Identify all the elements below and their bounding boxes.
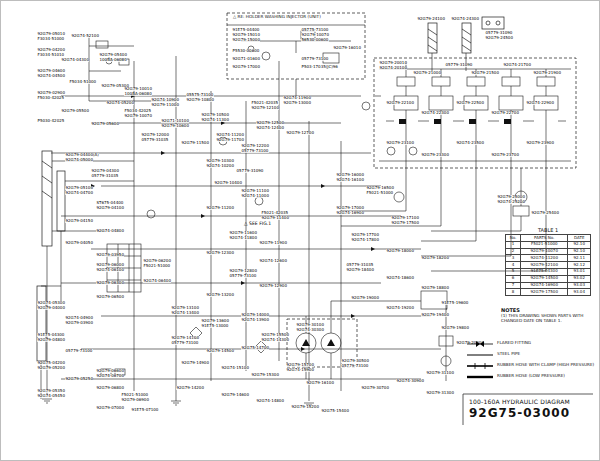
part-label: 92G79-04800 — [37, 338, 65, 342]
part-label: 92G79-12300 — [206, 251, 234, 255]
part-label: 05779-31035 — [141, 138, 169, 142]
part-label: 91E75-07100 — [131, 408, 159, 412]
table1-title: TABLE 1 — [505, 227, 591, 233]
part-label: 92G74-20100 — [379, 66, 407, 70]
table-cell: 93.03 — [568, 282, 591, 289]
part-label: 100BA-06080 — [124, 92, 152, 96]
part-label: 92G74-05200 — [106, 101, 134, 105]
part-label: 92G79-04050 — [65, 241, 93, 245]
part-label: 92G74-04700 — [65, 191, 93, 195]
part-label: 92G79-12900 — [259, 284, 287, 288]
table1-section: TABLE 1 No.PARTS No.DATE 1F5021-5100092.… — [505, 227, 591, 296]
part-label: 92G74-06400 — [143, 279, 171, 283]
part-label: 92G79-17000 — [232, 65, 260, 69]
part-label: 92G79-22100 — [386, 101, 414, 105]
table-row: 492G79-1210092.12 — [506, 262, 591, 269]
part-label: 92G79-18000 — [386, 249, 414, 253]
hydraulic-diagram-page: △ RE: HOLDER WASHING INJECTOR (UNIT) 92G… — [0, 0, 600, 461]
part-label: 92G74-17800 — [351, 238, 379, 242]
part-label: 92G79-04100 — [96, 206, 124, 210]
part-label: 92G79-23100 — [386, 141, 414, 145]
part-label: 92G74-30900 — [396, 379, 424, 383]
table-cell: 93.01 — [568, 268, 591, 275]
part-label: 92G74-13400 — [171, 311, 199, 315]
part-label: 92G79-24500 — [485, 36, 513, 40]
part-label: 92G79-22500 — [456, 101, 484, 105]
part-label: 05779-73100 — [241, 149, 269, 153]
part-label: 92G71-01600 — [232, 57, 260, 61]
legend-item: RUBBER HOSE (LOW PRESSURE) — [467, 370, 595, 381]
part-label: 92G75-14700 — [241, 346, 269, 350]
part-label: 92G79-14900 — [181, 361, 209, 365]
part-label: F5034-51000 — [69, 80, 97, 84]
part-label: 92G74-12400 — [256, 126, 284, 130]
part-label: 92G74-04300 — [61, 58, 89, 62]
part-label: 92G79-10400 — [214, 181, 242, 185]
part-label: 92G79-06300 — [96, 281, 124, 285]
part-label: 92G79-05200 — [37, 366, 65, 370]
drawing-subtitle: 100-160A HYDRAULIC DIAGRAM — [469, 398, 595, 405]
table-row: 1F5021-5100092.10 — [506, 241, 591, 248]
part-label: 92G79-19000 — [351, 296, 379, 300]
table-cell: 92G79-17500 — [521, 289, 568, 296]
part-label: 92G79-05500 — [61, 109, 89, 113]
hose-symbol-icon — [467, 366, 493, 385]
part-label: F5030-42025 — [37, 96, 65, 100]
table-row: 392G74-1120092.11 — [506, 255, 591, 262]
table-cell: 93.02 — [568, 275, 591, 282]
part-label: 05779-73100 — [171, 341, 199, 345]
part-label: 92G74-14300 — [261, 338, 289, 342]
table-cell: 92.10 — [568, 241, 591, 248]
table1-body: 1F5021-5100092.10292G79-1007092.10392G74… — [506, 241, 591, 295]
table-row: 792G74-1690093.03 — [506, 282, 591, 289]
part-label: 92G79-18400 — [346, 268, 374, 272]
part-label: 92G79-13200 — [206, 293, 234, 297]
part-label: 92G79-19800 — [441, 326, 469, 330]
part-label: 92G79-12700 — [286, 131, 314, 135]
table1-header-cell: PARTS No. — [521, 235, 568, 242]
table-cell: 92.10 — [568, 248, 591, 255]
part-label: 92G79-15300 — [251, 373, 279, 377]
part-label: 92G79-18800 — [421, 286, 449, 290]
part-label: 92G74-05000 — [65, 158, 93, 162]
part-label: 92G79-11700 — [216, 138, 244, 142]
table1-header-cell: No. — [506, 235, 521, 242]
part-label: 92G79-16010 — [333, 46, 361, 50]
part-label: P5030-42025 — [37, 119, 65, 123]
part-label: 91E75-19600 — [441, 301, 469, 305]
table-cell: 6 — [506, 275, 521, 282]
part-label: 92G74-30300 — [296, 328, 324, 332]
table-row: 292G79-1007092.10 — [506, 248, 591, 255]
part-label: 92G74-15100 — [221, 366, 249, 370]
table-row: 892G79-1750093.04 — [506, 289, 591, 296]
part-label: 92G74-15900 — [286, 368, 314, 372]
table-row: 692G79-1450093.02 — [506, 275, 591, 282]
part-label: F3034-51000 — [37, 37, 65, 41]
table-cell: 7 — [506, 282, 521, 289]
part-label: 92G79-14500 — [206, 349, 234, 353]
inset-box-header: △ RE: HOLDER WASHING INJECTOR (UNIT) — [233, 15, 361, 20]
legend-label: STEEL PIPE — [497, 351, 520, 356]
part-label: 92G79-12100 — [251, 106, 279, 110]
part-label: 05779-31090 — [236, 169, 264, 173]
table1-head-row: No.PARTS No.DATE — [506, 235, 591, 242]
part-label: 92G79-11000 — [151, 103, 179, 107]
part-label: 92G74-23500 — [456, 141, 484, 145]
part-label: 92G74-25200 — [497, 200, 525, 204]
part-label: 92G74-10200 — [206, 164, 234, 168]
title-block: 100-160A HYDRAULIC DIAGRAM 92G75-03000 — [463, 396, 595, 420]
part-label: 92G79-23900 — [526, 141, 554, 145]
table-cell: 92.12 — [568, 262, 591, 269]
table-cell: 92G74-11200 — [521, 255, 568, 262]
part-label: 92G74-11800 — [229, 236, 257, 240]
table-cell: F5021-51000 — [521, 241, 568, 248]
part-label: 92G74-22300 — [421, 111, 449, 115]
table1: No.PARTS No.DATE 1F5021-5100092.10292G79… — [505, 234, 591, 296]
part-label: P5530-00600 — [232, 49, 260, 53]
part-label: 92G79-10600 — [161, 124, 189, 128]
legend-label: RUBBER HOSE (LOW PRESSURE) — [497, 373, 565, 378]
part-label: 92G79-31100 — [426, 371, 454, 375]
part-label: 92G74-22900 — [526, 101, 554, 105]
part-label: 92G79-25400 — [531, 211, 559, 215]
part-label: 92G74-05450 — [37, 394, 65, 398]
